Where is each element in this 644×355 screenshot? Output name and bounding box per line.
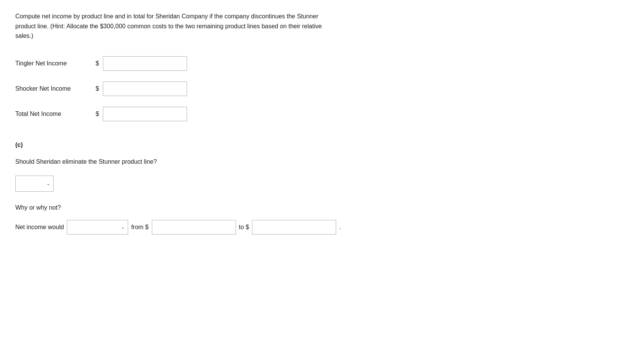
change-direction-dropdown-wrapper: increase decrease stay the same ⌄ bbox=[67, 220, 128, 234]
from-value-input[interactable] bbox=[152, 220, 236, 234]
instruction-text: Compute net income by product line and i… bbox=[15, 11, 329, 41]
shocker-net-income-row: Shocker Net Income $ bbox=[15, 81, 629, 96]
total-net-income-label: Total Net Income bbox=[15, 109, 92, 119]
net-income-would-label: Net income would bbox=[15, 223, 64, 232]
yes-no-dropdown-wrapper: Yes No ⌄ bbox=[15, 176, 54, 192]
shocker-currency-symbol: $ bbox=[96, 84, 99, 93]
shocker-net-income-input[interactable] bbox=[103, 81, 187, 96]
section-c: (c) Should Sheridan eliminate the Stunne… bbox=[15, 140, 629, 234]
shocker-net-income-label: Shocker Net Income bbox=[15, 84, 92, 93]
to-value-input[interactable] bbox=[252, 220, 336, 234]
tingler-net-income-row: Tingler Net Income $ bbox=[15, 56, 629, 71]
change-direction-dropdown[interactable]: increase decrease stay the same bbox=[67, 220, 128, 234]
yes-no-dropdown[interactable]: Yes No bbox=[15, 176, 54, 192]
why-or-why-not-label: Why or why not? bbox=[15, 203, 629, 212]
total-net-income-row: Total Net Income $ bbox=[15, 107, 629, 121]
section-c-label: (c) bbox=[15, 140, 629, 150]
income-form: Tingler Net Income $ Shocker Net Income … bbox=[15, 56, 629, 121]
from-label: from $ bbox=[131, 223, 148, 232]
total-currency-symbol: $ bbox=[96, 109, 99, 119]
section-c-question: Should Sheridan eliminate the Stunner pr… bbox=[15, 157, 629, 166]
net-income-row: Net income would increase decrease stay … bbox=[15, 220, 629, 234]
tingler-net-income-input[interactable] bbox=[103, 56, 187, 71]
period: . bbox=[339, 223, 341, 232]
to-label: to $ bbox=[239, 223, 249, 232]
tingler-net-income-label: Tingler Net Income bbox=[15, 59, 92, 68]
total-net-income-input[interactable] bbox=[103, 107, 187, 121]
tingler-currency-symbol: $ bbox=[96, 59, 99, 68]
